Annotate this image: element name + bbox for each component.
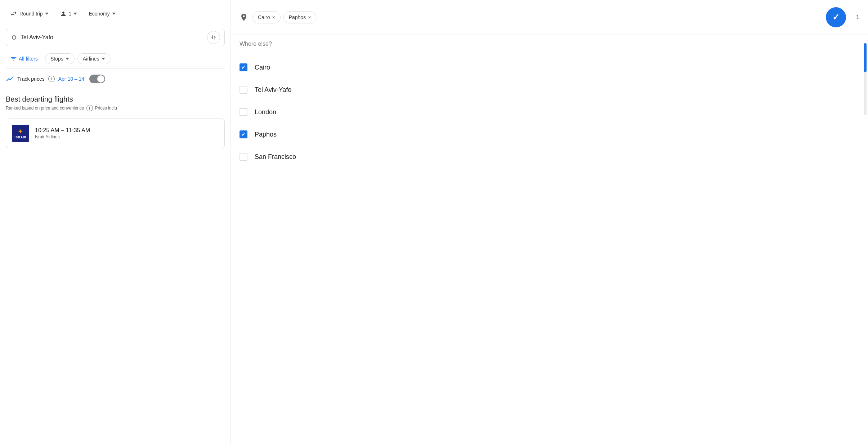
- track-prices-label: Track prices: [17, 76, 45, 82]
- origin-text: Tel Aviv-Yafo: [21, 34, 53, 41]
- scrollbar-thumb: [864, 43, 867, 72]
- sanfrancisco-checkbox[interactable]: [240, 153, 247, 161]
- dest-tag-paphos[interactable]: Paphos ×: [283, 11, 317, 23]
- confirm-checkmark-icon: ✓: [832, 12, 840, 22]
- airlines-chevron: [102, 58, 105, 60]
- toggle-knob: [97, 75, 104, 83]
- round-trip-button[interactable]: Round trip: [6, 7, 53, 20]
- dest-tag-paphos-close[interactable]: ×: [308, 14, 311, 20]
- round-trip-chevron: [45, 13, 49, 15]
- dest-list-item-london[interactable]: London: [231, 101, 868, 123]
- section-subtitle: Ranked based on price and convenience i …: [0, 105, 231, 116]
- dest-tag-cairo-close[interactable]: ×: [272, 14, 275, 20]
- left-panel: Round trip 1 Economy Tel Aviv-Yafo: [0, 0, 231, 445]
- destination-picker-panel: Cairo × Paphos × ✓ 1 ✓ Cairo Tel Aviv-Ya…: [231, 0, 868, 445]
- dest-header: Cairo × Paphos × ✓ 1: [231, 0, 868, 35]
- dest-list: ✓ Cairo Tel Aviv-Yafo London ✓ Paphos Sa…: [231, 53, 868, 171]
- swap-button[interactable]: [207, 31, 220, 44]
- where-else-input[interactable]: [240, 41, 859, 47]
- origin-search-box[interactable]: Tel Aviv-Yafo: [6, 29, 225, 46]
- airlines-filter-button[interactable]: Airlines: [77, 53, 111, 64]
- flight-time: 10:25 AM – 11:35 AM: [35, 127, 90, 134]
- track-prices-date: Apr 10 – 14: [58, 76, 84, 82]
- dest-input-row: [231, 35, 868, 53]
- track-prices-info-icon[interactable]: i: [48, 76, 55, 82]
- airlines-label: Airlines: [83, 56, 99, 62]
- page-number: 1: [856, 14, 859, 21]
- prices-include: Prices inclu: [95, 106, 117, 111]
- airline-code: ISRAIR: [14, 135, 27, 139]
- cairo-checkmark: ✓: [241, 64, 246, 70]
- dest-tag-cairo-label: Cairo: [258, 14, 270, 20]
- flight-info: 10:25 AM – 11:35 AM Israir Airlines: [35, 127, 90, 139]
- all-filters-label: All filters: [19, 56, 38, 62]
- paphos-label: Paphos: [255, 131, 277, 138]
- telaviv-checkbox[interactable]: [240, 86, 247, 94]
- round-trip-icon: [10, 10, 17, 17]
- subtitle-text: Ranked based on price and convenience: [6, 106, 84, 111]
- paphos-checkmark: ✓: [241, 132, 246, 137]
- stops-filter-button[interactable]: Stops: [45, 53, 75, 64]
- swap-icon: [211, 35, 216, 40]
- passengers-chevron: [73, 13, 77, 15]
- passengers-button[interactable]: 1: [56, 8, 82, 20]
- paphos-checkbox[interactable]: ✓: [240, 130, 247, 138]
- sanfrancisco-label: San Francisco: [255, 153, 296, 161]
- right-scrollbar[interactable]: [864, 43, 867, 115]
- track-prices-icon: [6, 75, 14, 83]
- stops-chevron: [66, 58, 69, 60]
- london-checkbox[interactable]: [240, 108, 247, 116]
- cairo-label: Cairo: [255, 64, 270, 71]
- airline-logo-inner: ✦ ISRAIR: [14, 128, 27, 139]
- cairo-checkbox[interactable]: ✓: [240, 63, 247, 71]
- stops-label: Stops: [50, 56, 63, 62]
- dest-tags-container: Cairo × Paphos ×: [252, 11, 822, 23]
- round-trip-label: Round trip: [19, 11, 43, 17]
- dest-tag-paphos-label: Paphos: [289, 14, 306, 20]
- dest-list-item-cairo[interactable]: ✓ Cairo: [231, 56, 868, 79]
- dest-list-item-sanfrancisco[interactable]: San Francisco: [231, 146, 868, 168]
- telaviv-label: Tel Aviv-Yafo: [255, 86, 291, 94]
- airline-logo: ✦ ISRAIR: [12, 125, 29, 142]
- dest-confirm-button[interactable]: ✓: [826, 7, 846, 27]
- dest-list-item-telaviv[interactable]: Tel Aviv-Yafo: [231, 79, 868, 101]
- origin-circle-icon: [12, 35, 16, 40]
- class-chevron: [112, 13, 116, 15]
- section-title: Best departing flights: [0, 89, 231, 105]
- flight-airline-name: Israir Airlines: [35, 134, 90, 139]
- all-filters-button[interactable]: All filters: [6, 53, 42, 64]
- track-prices-toggle[interactable]: [89, 75, 105, 83]
- london-label: London: [255, 108, 276, 116]
- track-prices-section: Track prices i Apr 10 – 14: [0, 69, 231, 89]
- location-pin-icon: [240, 13, 248, 22]
- dest-tag-cairo[interactable]: Cairo ×: [252, 11, 281, 23]
- filter-icon: [10, 55, 17, 62]
- flight-card[interactable]: ✦ ISRAIR 10:25 AM – 11:35 AM Israir Airl…: [6, 119, 225, 148]
- airline-star-icon: ✦: [18, 128, 23, 135]
- passengers-count: 1: [69, 11, 72, 17]
- filter-bar: All filters Stops Airlines: [0, 49, 231, 68]
- results-info-icon[interactable]: i: [86, 105, 93, 111]
- class-label: Economy: [89, 11, 109, 17]
- class-button[interactable]: Economy: [84, 8, 120, 19]
- top-bar: Round trip 1 Economy: [0, 0, 231, 26]
- passenger-icon: [60, 10, 67, 17]
- dest-list-item-paphos[interactable]: ✓ Paphos: [231, 123, 868, 146]
